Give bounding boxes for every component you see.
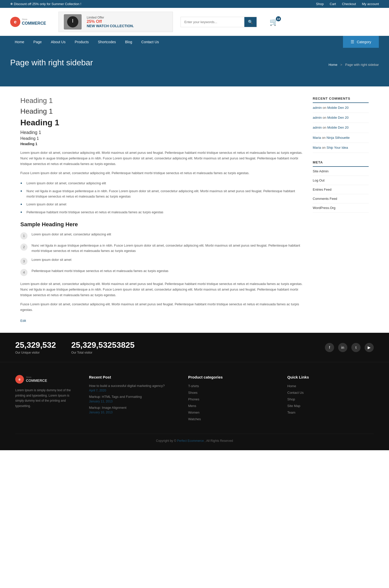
- bullet-item: Nunc vel ligula in augue tristique pelle…: [20, 187, 303, 201]
- footer-categories-title: Product categories: [188, 375, 275, 379]
- cat-tshirts[interactable]: T-shirts: [188, 384, 199, 388]
- footer-about: e Store COMMERCE Lorem Ipsum is simply d…: [15, 375, 76, 424]
- footer: e Store COMMERCE Lorem Ipsum is simply d…: [0, 362, 389, 450]
- cat-women[interactable]: Women: [188, 411, 200, 414]
- linkedin-icon[interactable]: in: [338, 343, 347, 352]
- post-link[interactable]: Markup: HTML Tags and Formatting: [89, 395, 175, 399]
- twitter-icon[interactable]: t: [351, 343, 361, 352]
- footer-quicklinks-title: Quick Links: [287, 375, 374, 379]
- meta-item: WordPress.Org: [313, 203, 369, 213]
- meta-link-comments[interactable]: Comments Feed: [313, 197, 337, 201]
- comment-post-link[interactable]: Mobile Den 20: [327, 116, 349, 119]
- footer-quicklinks: Quick Links Home Contact Us Shop Site Ma…: [287, 375, 374, 424]
- comment-item: admin on Mobile Den 20: [313, 123, 369, 133]
- meta-link-entries[interactable]: Entries Feed: [313, 188, 332, 191]
- breadcrumb-current: Page with right sidebar: [345, 63, 379, 67]
- nav-shortcodes[interactable]: Shortcodes: [93, 36, 121, 48]
- nav-contact[interactable]: Contact Us: [137, 36, 163, 48]
- edit-link[interactable]: Edit: [20, 319, 26, 323]
- post-link[interactable]: How to build a successful digital market…: [89, 384, 175, 388]
- ad-text: Limited Offer 25% Off NEW WATCH COLLECTI…: [87, 16, 134, 28]
- num-circle: 3: [20, 258, 27, 265]
- meta-link-siteadmin[interactable]: Site Admin: [313, 169, 328, 173]
- quicklink-item: Team: [287, 410, 374, 414]
- cat-phones[interactable]: Phones: [188, 397, 199, 401]
- youtube-icon[interactable]: ▶: [365, 343, 374, 352]
- category-item: Mens: [188, 404, 275, 408]
- watch-image: [64, 14, 82, 29]
- cart-icon[interactable]: 🛒 14: [270, 18, 278, 26]
- ql-sitemap[interactable]: Site Map: [287, 404, 300, 408]
- category-item: Watches: [188, 417, 275, 421]
- meta-item: Comments Feed: [313, 194, 369, 203]
- sample-heading: Sample Heading Here: [20, 221, 303, 228]
- comment-author-link[interactable]: Maria: [313, 136, 321, 140]
- bullet-item: Lorem ipsum dolor sit amet: [20, 201, 303, 208]
- category-button[interactable]: ☰ Category: [343, 36, 379, 48]
- heading-smallest: Heading 1: [20, 142, 303, 146]
- num-circle: 2: [20, 244, 27, 251]
- numbered-item: 2 Nunc vel ligula in augue tristique pel…: [20, 243, 303, 254]
- footer-post-item: Markup: HTML Tags and Formatting January…: [89, 395, 175, 403]
- comment-author-link[interactable]: admin: [313, 106, 322, 110]
- comment-post-link[interactable]: Mobile Den 20: [327, 126, 349, 129]
- total-visitor-stat: 25,329,53253825 Our Total visitor: [71, 340, 134, 354]
- meta-link-logout[interactable]: Log Out: [313, 178, 324, 182]
- sidebar-meta: META Site Admin Log Out Entries Feed Com…: [313, 160, 369, 213]
- post-link[interactable]: Markup: Image Alignment: [89, 406, 175, 410]
- hero-section: Page with right sidebar Home > Page with…: [0, 48, 389, 86]
- comment-item: Maria on Ninja Silhouette: [313, 133, 369, 143]
- comment-post-link[interactable]: Ninja Silhouette: [326, 136, 350, 140]
- meta-link-wordpress[interactable]: WordPress.Org: [313, 206, 335, 210]
- meta-item: Entries Feed: [313, 185, 369, 194]
- comment-post-link[interactable]: Ship Your Idea: [326, 146, 348, 149]
- nav-blog[interactable]: Blog: [121, 36, 137, 48]
- ql-home[interactable]: Home: [287, 384, 296, 388]
- ql-contact[interactable]: Contact Us: [287, 391, 304, 395]
- unique-visitor-stat: 25,329,532 Our Unique visitor: [15, 340, 56, 354]
- breadcrumb-home[interactable]: Home: [328, 63, 337, 67]
- facebook-icon[interactable]: f: [325, 343, 334, 352]
- shop-link[interactable]: Shop: [316, 2, 324, 6]
- footer-recent-posts: Recent Post How to build a successful di…: [89, 375, 175, 424]
- heading-small2: Heading 1: [20, 136, 303, 141]
- logo-icon: e: [10, 17, 20, 27]
- sidebar-recent-title: RECENT COMMENTS: [313, 97, 369, 103]
- unique-label: Our Unique visitor: [15, 351, 56, 354]
- nav-about[interactable]: About Us: [46, 36, 70, 48]
- num-circle: 4: [20, 269, 27, 276]
- cart-link[interactable]: Cart: [330, 2, 336, 6]
- comment-author-link[interactable]: Maria: [313, 146, 321, 149]
- para2: Fusce Lorem ipsum dolor sit amet, consec…: [20, 170, 303, 176]
- copyright-brand-link[interactable]: Perfect Ecommerce: [177, 439, 204, 443]
- nav-products[interactable]: Products: [70, 36, 93, 48]
- ql-shop[interactable]: Shop: [287, 397, 295, 401]
- cat-watches[interactable]: Watches: [188, 417, 201, 421]
- para4: Fusce Lorem ipsum dolor sit amet, consec…: [20, 301, 303, 313]
- nav-home[interactable]: Home: [10, 36, 29, 48]
- total-num: 25,329,53253825: [71, 340, 134, 350]
- ql-team[interactable]: Team: [287, 411, 295, 414]
- search-bar[interactable]: 🔍: [181, 17, 257, 27]
- comment-author-link[interactable]: admin: [313, 126, 322, 129]
- footer-categories: Product categories T-shirts Shoes Phones…: [188, 375, 275, 424]
- quicklink-item: Contact Us: [287, 390, 374, 395]
- comment-author-link[interactable]: admin: [313, 116, 322, 119]
- quicklink-item: Shop: [287, 397, 374, 401]
- heading-light: Heading 1: [20, 97, 303, 105]
- comment-post-link[interactable]: Mobile Den 20: [327, 106, 349, 110]
- bullet-list: Lorem ipsum dolor sit amet, consectetur …: [20, 179, 303, 216]
- quicklink-item: Home: [287, 384, 374, 388]
- nav-page[interactable]: Page: [29, 36, 46, 48]
- cat-shoes[interactable]: Shoes: [188, 391, 198, 395]
- comment-item: admin on Mobile Den 20: [313, 113, 369, 123]
- comment-item: Maria on Ship Your Idea: [313, 143, 369, 153]
- search-button[interactable]: 🔍: [244, 17, 257, 27]
- myaccount-link[interactable]: My account: [362, 2, 379, 6]
- checkout-link[interactable]: Checkout: [342, 2, 356, 6]
- cart-badge: 14: [276, 16, 281, 21]
- cat-mens[interactable]: Mens: [188, 404, 196, 408]
- search-input[interactable]: [181, 18, 244, 26]
- logo[interactable]: e Store COMMERCE: [10, 17, 51, 27]
- footer-logo-text: Store COMMERCE: [26, 376, 47, 383]
